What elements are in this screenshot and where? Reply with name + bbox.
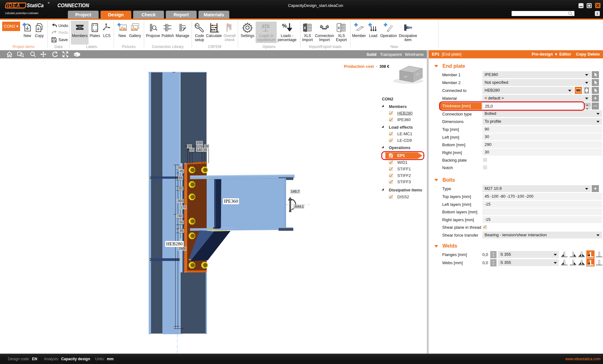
svg-text:X: X <box>304 26 306 30</box>
svg-text:X: X <box>338 26 340 30</box>
svg-text:%: % <box>282 23 287 29</box>
svg-text:+Y: +Y <box>404 75 407 78</box>
svg-text:-X: -X <box>416 73 419 76</box>
